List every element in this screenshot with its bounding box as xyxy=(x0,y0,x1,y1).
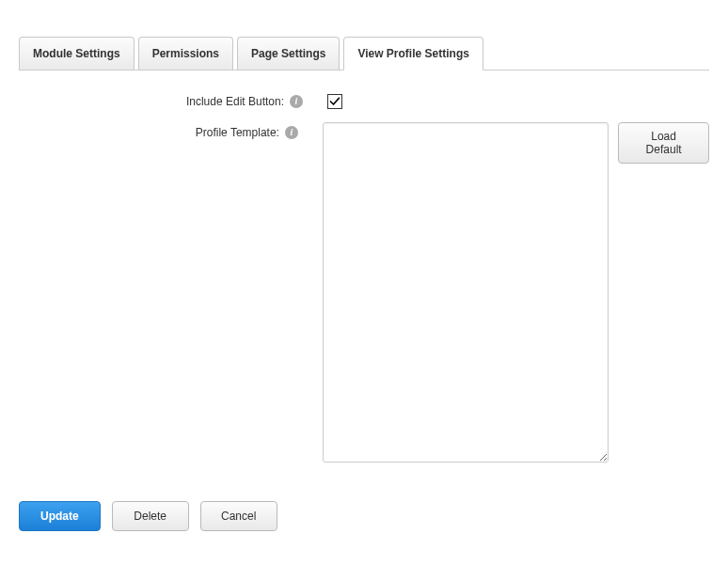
tab-view-profile-settings[interactable]: View Profile Settings xyxy=(343,37,483,71)
label-include-edit-button: Include Edit Button: i xyxy=(19,91,310,108)
info-icon[interactable]: i xyxy=(285,126,298,139)
delete-button[interactable]: Delete xyxy=(112,501,189,531)
row-include-edit-button: Include Edit Button: i xyxy=(19,91,709,109)
info-icon[interactable]: i xyxy=(290,95,303,108)
check-icon xyxy=(329,96,340,107)
load-default-button[interactable]: Load Default xyxy=(618,122,709,164)
label-text-include-edit-button: Include Edit Button: xyxy=(186,95,284,108)
tab-page-settings[interactable]: Page Settings xyxy=(237,37,340,71)
actions-bar: Update Delete Cancel xyxy=(19,501,277,531)
tab-module-settings[interactable]: Module Settings xyxy=(19,37,135,71)
row-profile-template: Profile Template: i Load Default xyxy=(19,122,709,463)
cancel-button[interactable]: Cancel xyxy=(200,501,277,531)
field-include-edit-button xyxy=(327,91,342,109)
checkbox-include-edit-button[interactable] xyxy=(327,94,342,109)
form-area: Include Edit Button: i Profile Template:… xyxy=(19,71,709,463)
label-profile-template: Profile Template: i xyxy=(19,122,306,139)
label-text-profile-template: Profile Template: xyxy=(196,126,279,139)
tabs-row: Module Settings Permissions Page Setting… xyxy=(19,36,709,71)
tab-permissions[interactable]: Permissions xyxy=(138,37,233,71)
update-button[interactable]: Update xyxy=(19,501,101,531)
field-profile-template: Load Default xyxy=(323,122,709,463)
textarea-profile-template[interactable] xyxy=(323,122,609,463)
